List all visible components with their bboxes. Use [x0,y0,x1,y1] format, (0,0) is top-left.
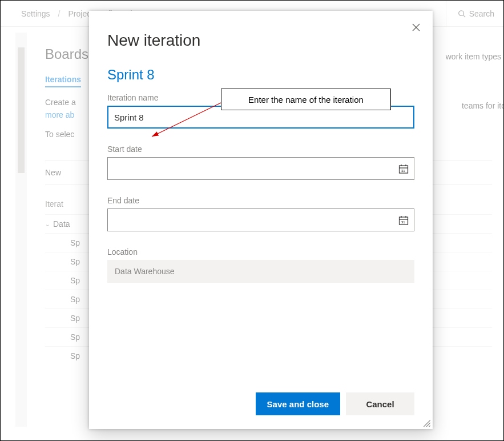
svg-line-16 [429,426,430,427]
search-box[interactable]: Search [446,1,494,26]
close-button[interactable] [410,21,422,36]
search-placeholder: Search [469,9,494,18]
search-icon [458,10,466,18]
breadcrumb-separator: / [58,9,61,18]
save-and-close-button[interactable]: Save and close [256,392,340,415]
chevron-down-icon: ⌄ [45,221,50,227]
end-date-input[interactable] [107,209,414,231]
field-label: End date [107,196,414,205]
tree-node-label: Data [53,219,70,228]
close-icon [412,23,420,31]
field-label: Start date [107,145,414,154]
svg-line-1 [463,15,465,17]
location-value: Data Warehouse [115,267,175,276]
annotation-text: Enter the name of the iteration [248,95,364,105]
start-date-input[interactable] [107,157,414,180]
field-location: Location Data Warehouse [107,247,414,283]
annotation-callout: Enter the name of the iteration [221,89,391,110]
svg-point-0 [458,10,463,15]
new-iteration-dialog: New iteration Sprint 8 Iteration name St… [89,11,433,429]
dialog-title: New iteration [107,31,414,50]
cancel-button[interactable]: Cancel [346,392,414,415]
breadcrumb-item[interactable]: Settings [21,9,50,18]
description-text: teams for ite [462,101,504,110]
location-readonly: Data Warehouse [107,260,414,283]
dialog-actions: Save and close Cancel [107,381,414,415]
new-button[interactable]: New [45,168,61,177]
tab-iterations[interactable]: Iterations [45,75,81,87]
field-label: Location [107,247,414,256]
resize-grip-icon[interactable] [422,419,430,427]
field-end-date: End date 31 [107,196,414,231]
dialog-subtitle: Sprint 8 [107,67,414,83]
field-start-date: Start date 31 [107,145,414,180]
